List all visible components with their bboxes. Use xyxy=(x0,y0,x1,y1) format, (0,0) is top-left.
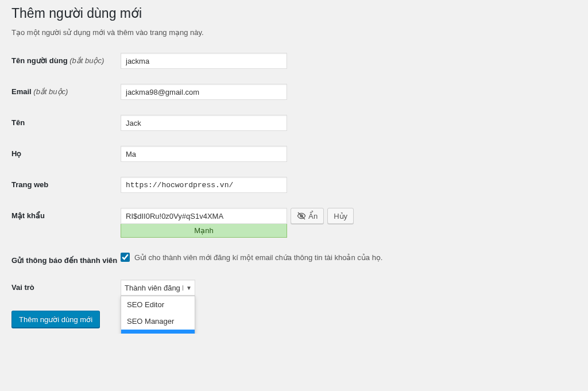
email-input[interactable] xyxy=(121,84,287,100)
website-input[interactable] xyxy=(121,177,287,193)
hide-password-button[interactable]: Ẩn xyxy=(291,208,324,224)
website-label: Trang web xyxy=(11,177,121,189)
email-label: Email (bắt buộc) xyxy=(11,84,121,96)
password-input[interactable] xyxy=(121,208,287,224)
firstname-input[interactable] xyxy=(121,115,287,131)
password-strength: Mạnh xyxy=(121,224,287,238)
username-input[interactable] xyxy=(121,53,287,69)
role-label: Vai trò xyxy=(11,280,121,292)
page-title: Thêm người dùng mới xyxy=(11,6,577,21)
role-select[interactable]: Thành viên đăng ký xyxy=(121,280,195,296)
lastname-label: Họ xyxy=(11,146,121,158)
role-dropdown: SEO Editor SEO Manager Thành viên đăng k… xyxy=(121,296,195,334)
eye-slash-icon xyxy=(297,211,306,220)
notify-description: Gửi cho thành viên mới đăng kí một email… xyxy=(134,253,383,262)
role-option[interactable]: SEO Manager xyxy=(121,313,195,330)
username-label: Tên người dùng (bắt buộc) xyxy=(11,53,121,65)
add-user-button[interactable]: Thêm người dùng mới xyxy=(11,311,100,328)
page-description: Tạo một người sử dụng mới và thêm vào tr… xyxy=(11,28,577,37)
password-label: Mật khẩu xyxy=(11,208,121,220)
role-option[interactable]: Thành viên đăng ký xyxy=(121,330,195,334)
role-option[interactable]: SEO Editor xyxy=(121,296,195,313)
notify-label: Gửi thông báo đến thành viên xyxy=(11,253,121,265)
lastname-input[interactable] xyxy=(121,146,287,162)
firstname-label: Tên xyxy=(11,115,121,127)
notify-checkbox[interactable] xyxy=(121,253,130,262)
cancel-password-button[interactable]: Hủy xyxy=(327,208,354,224)
